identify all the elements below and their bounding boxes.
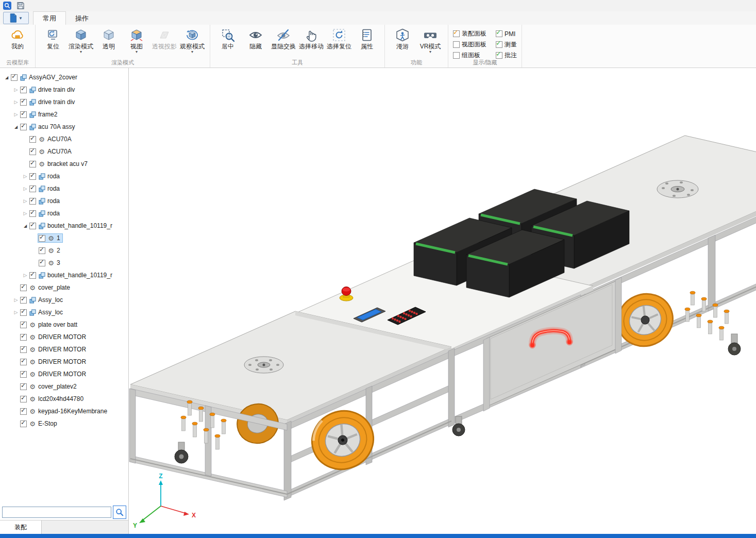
visibility-checkbox[interactable]: ✓ <box>20 396 27 402</box>
visibility-checkbox[interactable]: ✓ <box>29 272 36 279</box>
tree-item-lcd20x4hd44780[interactable]: ✓⚙lcd20x4hd44780 <box>0 393 128 405</box>
expander-icon[interactable]: ▷ <box>22 186 29 191</box>
tree-item-assy-loc[interactable]: ▷✓Assy_loc <box>0 306 128 318</box>
toggle-view-panel[interactable]: 视图面板 <box>453 40 486 49</box>
tree-item-cover-platev2[interactable]: ✓⚙cover_platev2 <box>0 380 128 393</box>
viewport-canvas[interactable]: Z X Y <box>129 68 756 534</box>
visibility-checkbox[interactable]: ✓ <box>20 309 27 316</box>
tree-item-boutet-handle-10119-r[interactable]: ◢✓boutet_handle_10119_r <box>0 220 128 232</box>
expander-icon[interactable]: ▷ <box>12 310 20 315</box>
toggle-visibility-button[interactable]: 显隐交换 <box>270 26 297 50</box>
expander-icon[interactable]: ▷ <box>12 87 20 92</box>
render-cube-button[interactable]: 渲染模式▾ <box>67 26 95 54</box>
expander-icon[interactable]: ◢ <box>12 125 20 129</box>
expander-icon[interactable]: ▷ <box>22 198 29 204</box>
visibility-checkbox[interactable]: ✓ <box>20 124 27 130</box>
expander-icon[interactable]: ▷ <box>12 112 20 117</box>
tree-item-bracket-acu-v7[interactable]: ✓⚙bracket acu v7 <box>0 158 128 170</box>
visibility-checkbox[interactable]: ✓ <box>20 421 27 427</box>
visibility-checkbox[interactable]: ✓ <box>39 260 45 266</box>
walkthrough-button[interactable]: 漫游 <box>389 26 416 50</box>
tree-item-drive-train-div[interactable]: ▷✓drive train div <box>0 96 128 108</box>
tree-item-acu70a[interactable]: ✓⚙ACU70A <box>0 145 128 158</box>
tab-operate[interactable]: 操作 <box>66 12 98 25</box>
tree-search-button[interactable] <box>113 506 126 519</box>
tree-item-boutet-handle-10119-r[interactable]: ▷✓boutet_handle_10119_r <box>0 269 128 281</box>
tree-item-keypad-16keymembrane[interactable]: ✓⚙keypad-16KeyMembrane <box>0 405 128 417</box>
observe-button[interactable]: 观察模式▾ <box>178 26 206 54</box>
file-menu-button[interactable]: ▼ <box>3 12 29 24</box>
tree-item-driver-motor[interactable]: ✓⚙DRIVER MOTOR <box>0 368 128 380</box>
visibility-checkbox[interactable]: ✓ <box>20 297 27 304</box>
toggle-pmi[interactable]: ✓PMI <box>496 30 517 38</box>
center-button[interactable]: 居中 <box>214 26 242 50</box>
visibility-checkbox[interactable]: ✓ <box>20 371 27 378</box>
left-module[interactable] <box>129 311 465 500</box>
tree-item-roda[interactable]: ▷✓roda <box>0 195 128 207</box>
visibility-checkbox[interactable]: ✓ <box>29 186 36 192</box>
tree-item-assyagv-2cover[interactable]: ◢✓AssyAGV_2cover <box>0 71 128 83</box>
tree-item-driver-motor[interactable]: ✓⚙DRIVER MOTOR <box>0 356 128 368</box>
tree-item-frame2[interactable]: ▷✓frame2 <box>0 108 128 121</box>
panel-tab-assembly[interactable]: 装配 <box>0 520 42 534</box>
tree-item-assy-loc[interactable]: ▷✓Assy_loc <box>0 294 128 306</box>
save-button[interactable] <box>16 2 25 10</box>
tree-item-driver-motor[interactable]: ✓⚙DRIVER MOTOR <box>0 343 128 356</box>
visibility-checkbox[interactable]: ✓ <box>20 383 27 390</box>
visibility-checkbox[interactable]: ✓ <box>29 161 36 167</box>
visibility-checkbox[interactable]: ✓ <box>20 346 27 353</box>
tree-search-input[interactable] <box>2 507 111 518</box>
visibility-checkbox[interactable]: ✓ <box>39 247 45 254</box>
transparent-cube-button[interactable]: 透明 <box>95 26 123 50</box>
expander-icon[interactable]: ▷ <box>12 297 20 302</box>
tree-item-plate-over-batt[interactable]: ✓⚙plate over batt <box>0 318 128 331</box>
tree-item-2[interactable]: ✓⚙2 <box>0 244 128 257</box>
select-move-button[interactable]: 选择移动 <box>297 26 325 50</box>
expander-icon[interactable]: ▷ <box>22 273 29 278</box>
cloud-button[interactable]: 我的 <box>4 26 31 50</box>
visibility-checkbox[interactable]: ✓ <box>20 111 27 118</box>
visibility-checkbox[interactable]: ✓ <box>20 359 27 365</box>
toggle-assembly-panel[interactable]: ✓装配面板 <box>453 29 486 38</box>
tree-item-cover-plate[interactable]: ✓⚙cover_plate <box>0 281 128 294</box>
visibility-checkbox[interactable]: ✓ <box>20 408 27 415</box>
properties-button[interactable]: 属性 <box>353 26 381 50</box>
expander-icon[interactable]: ▷ <box>22 211 29 216</box>
visibility-checkbox[interactable]: ✓ <box>39 235 45 242</box>
left-plate-flange[interactable] <box>244 357 283 373</box>
expander-icon[interactable]: ◢ <box>3 75 10 80</box>
tree-item-driver-motor[interactable]: ✓⚙DRIVER MOTOR <box>0 331 128 343</box>
vr-button[interactable]: VR模式▾ <box>416 26 444 54</box>
tree-item-3[interactable]: ✓⚙3 <box>0 257 128 269</box>
visibility-checkbox[interactable]: ✓ <box>29 210 36 217</box>
visibility-checkbox[interactable]: ✓ <box>11 74 18 81</box>
toggle-measure[interactable]: ✓测量 <box>496 40 517 49</box>
visibility-checkbox[interactable]: ✓ <box>29 136 36 143</box>
visibility-checkbox[interactable]: ✓ <box>20 284 27 291</box>
tree-item-acu-70a-assy[interactable]: ◢✓acu 70A assy <box>0 121 128 133</box>
select-reset-button[interactable]: 选择复位 <box>325 26 353 50</box>
visibility-checkbox[interactable]: ✓ <box>29 223 36 229</box>
right-plate-flange[interactable] <box>657 180 698 198</box>
reset-button[interactable]: 复位 <box>39 26 67 50</box>
tree-item-acu70a[interactable]: ✓⚙ACU70A <box>0 133 128 145</box>
expander-icon[interactable]: ◢ <box>22 224 29 228</box>
visibility-checkbox[interactable]: ✓ <box>20 99 27 106</box>
tree-item-1[interactable]: ✓⚙1 <box>0 232 128 244</box>
visibility-checkbox[interactable]: ✓ <box>20 322 27 328</box>
tree-item-roda[interactable]: ▷✓roda <box>0 207 128 220</box>
visibility-checkbox[interactable]: ✓ <box>29 148 36 155</box>
tree-item-roda[interactable]: ▷✓roda <box>0 182 128 195</box>
visibility-checkbox[interactable]: ✓ <box>20 334 27 341</box>
tree-item-roda[interactable]: ▷✓roda <box>0 170 128 182</box>
visibility-checkbox[interactable]: ✓ <box>29 173 36 180</box>
tree-item-drive-train-div[interactable]: ▷✓drive train div <box>0 83 128 96</box>
tab-home[interactable]: 常用 <box>33 11 66 25</box>
view-cube-button[interactable]: 视图▾ <box>123 26 150 54</box>
expander-icon[interactable]: ▷ <box>22 174 29 179</box>
expander-icon[interactable]: ▷ <box>12 99 20 105</box>
visibility-checkbox[interactable]: ✓ <box>29 198 36 205</box>
hide-eye-button[interactable]: 隐藏 <box>242 26 270 50</box>
visibility-checkbox[interactable]: ✓ <box>20 87 27 93</box>
tree-item-e-stop[interactable]: ✓⚙E-Stop <box>0 417 128 430</box>
